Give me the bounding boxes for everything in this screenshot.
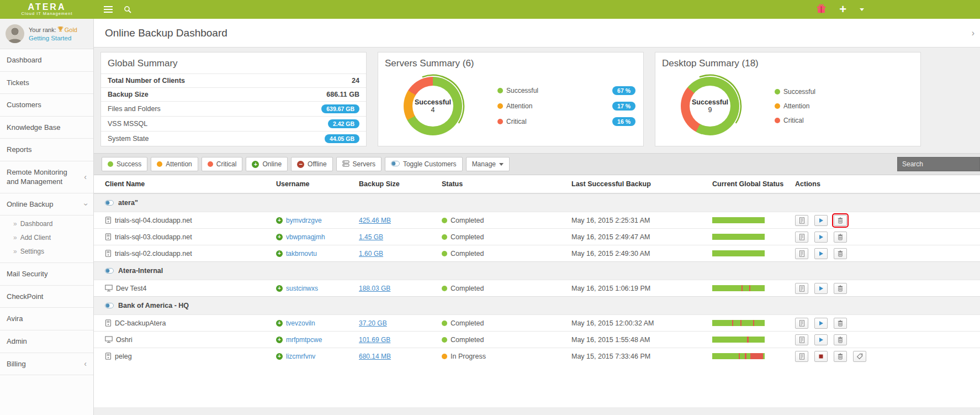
- customer-name: atera": [118, 199, 138, 207]
- customer-group-row[interactable]: Bank of America - HQ: [94, 296, 980, 314]
- toggle-customer-icon[interactable]: [105, 198, 114, 208]
- sidebar-item-remote-monitoring-and-management[interactable]: Remote Monitoring and Management‹: [0, 161, 93, 193]
- sidebar-item-dashboard[interactable]: Dashboard: [0, 49, 93, 72]
- filter-online-button[interactable]: +Online: [246, 157, 288, 171]
- trash-button[interactable]: [834, 248, 847, 259]
- sidebar-item-reports[interactable]: Reports: [0, 139, 93, 161]
- filter-critical-button[interactable]: Critical: [202, 157, 243, 171]
- trash-button[interactable]: [834, 232, 847, 243]
- main-content: Online Backup Dashboard › Global Summary…: [94, 19, 980, 415]
- sidebar-item-knowledge-base[interactable]: Knowledge Base: [0, 117, 93, 139]
- sidebar-item-billing[interactable]: Billing‹: [0, 353, 93, 376]
- backup-size-cell: 101.69 GB: [359, 336, 442, 344]
- username-link[interactable]: vbwpmagjmh: [286, 233, 325, 241]
- atera-logo[interactable]: ATERA Cloud IT Management: [0, 3, 94, 16]
- filter-toggle-customers-button[interactable]: Toggle Customers: [385, 157, 463, 171]
- toggle-customer-icon[interactable]: [105, 266, 114, 276]
- legend-item-attention: Attention17 %: [497, 102, 635, 111]
- status-text: Completed: [451, 285, 484, 292]
- trash-button[interactable]: [834, 318, 847, 329]
- sidebar-item-admin[interactable]: Admin: [0, 330, 93, 353]
- sidebar-menu: DashboardTicketsCustomersKnowledge BaseR…: [0, 49, 93, 375]
- backup-size-link[interactable]: 101.69 GB: [359, 336, 390, 344]
- username-link[interactable]: takbrnovtu: [286, 250, 317, 258]
- report-button[interactable]: [795, 232, 808, 243]
- backup-size-cell: 680.14 MB: [359, 353, 442, 360]
- agent-online-icon: +: [276, 285, 283, 292]
- tag-button[interactable]: [853, 351, 866, 362]
- user-profile[interactable]: Your rank: Gold Getting Started: [0, 19, 93, 49]
- backup-size-link[interactable]: 1.45 GB: [359, 233, 383, 241]
- trash-button[interactable]: [834, 351, 847, 362]
- status-cell: Completed: [442, 285, 571, 292]
- global-status-cell: [712, 285, 795, 291]
- table-row: Dev Test4+sustcinwxs188.03 GBCompletedMa…: [94, 280, 980, 296]
- caret-down-icon[interactable]: [860, 8, 864, 11]
- sidebar-item-online-backup[interactable]: Online Backup‹: [0, 193, 93, 216]
- username-link[interactable]: lizcmrfvnv: [286, 353, 315, 360]
- report-button[interactable]: [795, 215, 808, 226]
- play-button[interactable]: [814, 248, 828, 259]
- legend-item-critical: Critical16 %: [497, 117, 635, 126]
- backup-size-link[interactable]: 37.20 GB: [359, 319, 387, 327]
- stop-button[interactable]: [814, 351, 828, 362]
- sidebar-item-customers[interactable]: Customers: [0, 94, 93, 117]
- customer-group-row[interactable]: Atera-Internal: [94, 261, 980, 280]
- servers-icon: [342, 160, 349, 169]
- sidebar-subitem-settings[interactable]: »Settings: [0, 244, 93, 258]
- report-button[interactable]: [795, 334, 808, 345]
- play-button[interactable]: [814, 232, 828, 243]
- sidebar-item-checkpoint[interactable]: CheckPoint: [0, 286, 93, 308]
- sidebar-subitem-add-client[interactable]: »Add Client: [0, 230, 93, 244]
- play-button[interactable]: [814, 334, 828, 345]
- client-name: Oshri: [116, 336, 133, 344]
- sidebar-item-label: Dashboard: [7, 55, 42, 65]
- play-button[interactable]: [814, 283, 828, 294]
- filter-attention-button[interactable]: Attention: [151, 157, 198, 171]
- search-input[interactable]: [897, 157, 980, 171]
- sidebar-item-label: Mail Security: [7, 269, 47, 279]
- report-button[interactable]: [795, 318, 808, 329]
- username-link[interactable]: sustcinwxs: [286, 285, 318, 292]
- table-toolbar: SuccessAttentionCritical+Online−OfflineS…: [94, 153, 980, 175]
- menu-icon[interactable]: [104, 4, 113, 14]
- add-icon[interactable]: +: [839, 4, 846, 15]
- backup-size-link[interactable]: 1.60 GB: [359, 250, 383, 258]
- report-button[interactable]: [795, 248, 808, 259]
- gift-icon[interactable]: [817, 4, 826, 15]
- legend-pct-badge: 16 %: [612, 117, 635, 126]
- toggle-customer-icon[interactable]: [105, 301, 114, 311]
- customer-group-row[interactable]: atera": [94, 193, 980, 212]
- play-button[interactable]: [814, 215, 828, 226]
- status-bar: [712, 285, 765, 291]
- filter-label: Toggle Customers: [403, 160, 457, 168]
- trash-button[interactable]: [834, 334, 847, 345]
- sidebar-item-avira[interactable]: Avira: [0, 308, 93, 330]
- backup-size-cell: 37.20 GB: [359, 319, 442, 327]
- username-link[interactable]: tvevzoviln: [286, 319, 315, 327]
- play-button[interactable]: [814, 318, 828, 329]
- sidebar-item-mail-security[interactable]: Mail Security: [0, 263, 93, 286]
- report-button[interactable]: [795, 351, 808, 362]
- backup-size-link[interactable]: 425.46 MB: [359, 217, 391, 224]
- backup-size-link[interactable]: 680.14 MB: [359, 353, 391, 360]
- client-name: peleg: [115, 353, 132, 360]
- username-link[interactable]: bymvdrzgve: [286, 217, 322, 224]
- search-icon[interactable]: [124, 6, 131, 13]
- report-button[interactable]: [795, 283, 808, 294]
- getting-started-link[interactable]: Getting Started: [29, 35, 77, 41]
- filter-success-button[interactable]: Success: [102, 157, 147, 171]
- trash-button[interactable]: [834, 215, 847, 226]
- username-link[interactable]: mrfpmtpcwe: [286, 336, 322, 344]
- filter-servers-button[interactable]: Servers: [336, 157, 382, 171]
- column-header-client-name: Client Name: [94, 180, 276, 188]
- collapse-chevron-icon[interactable]: ›: [972, 28, 974, 38]
- filter-offline-button[interactable]: −Offline: [291, 157, 332, 171]
- sidebar-subitem-dashboard[interactable]: »Dashboard: [0, 217, 93, 230]
- backup-size-link[interactable]: 188.03 GB: [359, 285, 390, 292]
- client-name-cell: Dev Test4: [94, 285, 276, 292]
- trash-button[interactable]: [834, 283, 847, 294]
- summary-row-label: Backup Size: [108, 91, 149, 98]
- filter-manage-button[interactable]: Manage: [466, 157, 510, 171]
- sidebar-item-tickets[interactable]: Tickets: [0, 72, 93, 94]
